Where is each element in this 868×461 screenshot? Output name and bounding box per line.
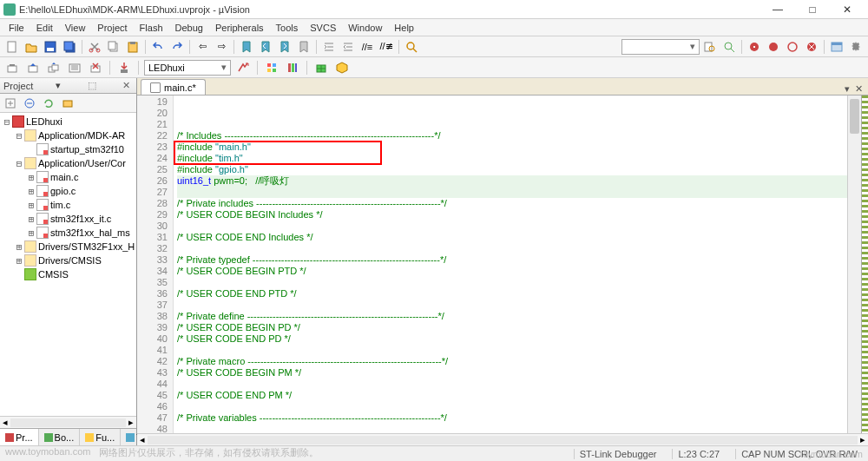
save-all-icon[interactable] [61,38,78,56]
tree-item[interactable]: ⊞stm32f1xx_it.c [0,212,136,226]
batch-build-icon[interactable] [66,59,83,76]
breakpoint-disable-icon[interactable] [784,38,801,56]
menu-file[interactable]: File [3,21,30,35]
tree-expander-icon[interactable]: ⊞ [26,200,36,211]
new-file-icon[interactable] [3,38,21,56]
editor-hscroll-left-icon[interactable]: ◂ [137,434,148,445]
menu-help[interactable]: Help [389,21,419,35]
menu-project[interactable]: Project [92,21,132,35]
code-editor[interactable]: /* Includes ----------------------------… [174,95,847,433]
collapse-all-icon[interactable] [21,95,38,112]
hscroll-right-icon[interactable]: ▸ [126,417,136,428]
bookmark-icon[interactable] [238,38,255,56]
rebuild-icon[interactable] [45,59,62,76]
svg-rect-32 [273,69,276,72]
bookmark-next-icon[interactable] [276,38,293,56]
save-icon[interactable] [42,38,59,56]
indent-icon[interactable] [320,38,338,56]
pack-installer-icon[interactable] [312,59,330,76]
tree-options-icon[interactable] [59,95,76,112]
debug-icon[interactable] [746,38,763,56]
open-file-icon[interactable] [23,38,40,56]
nav-back-icon[interactable]: ⇦ [194,38,211,56]
tree-item[interactable]: startup_stm32f10 [0,142,136,156]
configure-icon[interactable] [847,38,865,56]
menu-edit[interactable]: Edit [31,21,58,35]
menu-svcs[interactable]: SVCS [305,21,341,35]
outdent-icon[interactable] [339,38,357,56]
find-combo[interactable] [621,39,700,55]
cut-icon[interactable] [86,38,103,56]
tab-close-icon[interactable]: ✕ [855,83,863,95]
panel-tab[interactable]: Fu... [80,429,121,445]
bookmark-prev-icon[interactable] [257,38,274,56]
manage-project-icon[interactable] [263,59,280,76]
panel-tab[interactable]: Bo... [39,429,81,445]
manage-rte-icon[interactable] [333,59,351,76]
tree-item[interactable]: ⊞main.c [0,170,136,184]
tree-item[interactable]: CMSIS [0,267,136,281]
copy-icon[interactable] [105,38,122,56]
tree-expander-icon[interactable]: ⊞ [14,241,24,253]
tab-dropdown-icon[interactable]: ▾ [845,83,850,95]
find-icon[interactable] [403,38,420,56]
refresh-tree-icon[interactable] [40,95,57,112]
menu-peripherals[interactable]: Peripherals [210,21,269,35]
menu-view[interactable]: View [60,21,91,35]
menu-window[interactable]: Window [343,21,387,35]
expand-all-icon[interactable] [2,95,19,112]
tree-expander-icon[interactable]: ⊞ [26,227,36,239]
menu-debug[interactable]: Debug [170,21,208,35]
redo-icon[interactable] [168,38,186,56]
tree-item[interactable]: ⊞gpio.c [0,184,136,198]
bookmark-clear-icon[interactable] [295,38,312,56]
build-icon[interactable] [24,59,42,76]
paste-icon[interactable] [124,38,141,56]
uncomment-icon[interactable]: //≢ [378,38,395,56]
vertical-scrollbar[interactable] [847,95,861,433]
translate-icon[interactable] [3,59,21,76]
panel-close-icon[interactable]: ✕ [121,80,133,91]
tree-expander-icon[interactable]: ⊟ [2,116,12,128]
tree-item[interactable]: ⊞tim.c [0,198,136,212]
download-icon[interactable] [115,59,133,76]
tree-item[interactable]: ⊞stm32f1xx_hal_ms [0,226,136,240]
target-select[interactable]: LEDhuxi [144,60,231,76]
tree-item[interactable]: ⊟Application/User/Cor [0,156,136,170]
panel-tab[interactable]: Pr... [0,429,39,445]
svg-point-18 [788,43,797,51]
breakpoint-kill-icon[interactable] [803,38,820,56]
tree-item[interactable]: ⊟LEDhuxi [0,115,136,128]
manage-books-icon[interactable] [284,59,301,76]
nav-fwd-icon[interactable]: ⇨ [213,38,230,56]
panel-dropdown-icon[interactable]: ▾ [56,80,61,91]
tree-item[interactable]: ⊞Drivers/STM32F1xx_H [0,240,136,254]
hscroll-left-icon[interactable]: ◂ [0,417,10,428]
proj-icon [12,115,24,128]
options-icon[interactable] [234,59,252,76]
tree-expander-icon[interactable]: ⊞ [26,172,36,183]
incremental-find-icon[interactable] [720,38,738,56]
close-button[interactable]: ✕ [830,1,865,18]
tree-item[interactable]: ⊟Application/MDK-AR [0,128,136,142]
menu-tools[interactable]: Tools [271,21,304,35]
editor-tab-main-c[interactable]: main.c* [141,79,206,95]
stop-build-icon[interactable] [87,59,104,76]
tree-expander-icon[interactable]: ⊞ [14,255,24,267]
window-list-icon[interactable] [828,38,845,56]
editor-hscroll-right-icon[interactable]: ▸ [858,434,868,445]
project-tree[interactable]: ⊟LEDhuxi⊟Application/MDK-ARstartup_stm32… [0,113,136,416]
find-in-files-icon[interactable] [701,38,719,56]
maximize-button[interactable]: □ [795,1,830,18]
comment-icon[interactable]: //≡ [358,38,376,56]
undo-icon[interactable] [149,38,167,56]
tree-expander-icon[interactable]: ⊟ [14,158,24,169]
tree-expander-icon[interactable]: ⊟ [14,130,24,142]
menu-flash[interactable]: Flash [135,21,168,35]
tree-expander-icon[interactable]: ⊞ [26,186,36,197]
panel-pin-icon[interactable]: ⬚ [86,80,98,91]
breakpoint-icon[interactable] [765,38,782,56]
minimize-button[interactable]: — [760,1,795,18]
tree-expander-icon[interactable]: ⊞ [26,214,36,225]
tree-item[interactable]: ⊞Drivers/CMSIS [0,254,136,267]
